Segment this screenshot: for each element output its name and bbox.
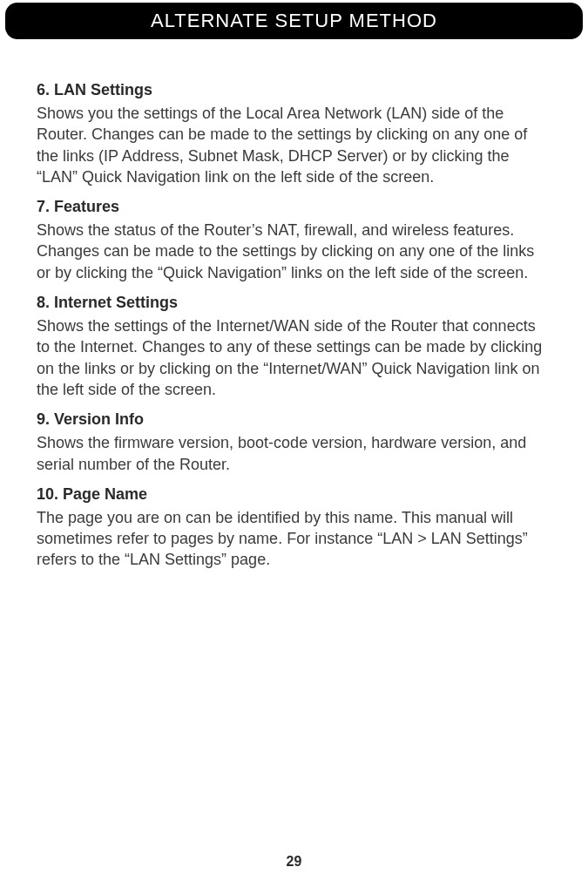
section-heading-7: 7. Features	[37, 198, 551, 216]
section-body-6: Shows you the settings of the Local Area…	[37, 103, 551, 187]
section-heading-8: 8. Internet Settings	[37, 294, 551, 312]
content-area: 6. LAN Settings Shows you the settings o…	[0, 39, 588, 571]
section-body-9: Shows the firmware version, boot-code ve…	[37, 432, 551, 475]
section-body-7: Shows the status of the Router’s NAT, fi…	[37, 220, 551, 283]
section-heading-10: 10. Page Name	[37, 485, 551, 504]
section-body-10: The page you are on can be identified by…	[37, 507, 551, 571]
section-body-8: Shows the settings of the Internet/WAN s…	[37, 315, 551, 400]
section-heading-9: 9. Version Info	[37, 410, 551, 429]
header-banner: ALTERNATE SETUP METHOD	[5, 3, 583, 39]
section-heading-6: 6. LAN Settings	[37, 81, 551, 99]
page-number: 29	[0, 854, 588, 870]
